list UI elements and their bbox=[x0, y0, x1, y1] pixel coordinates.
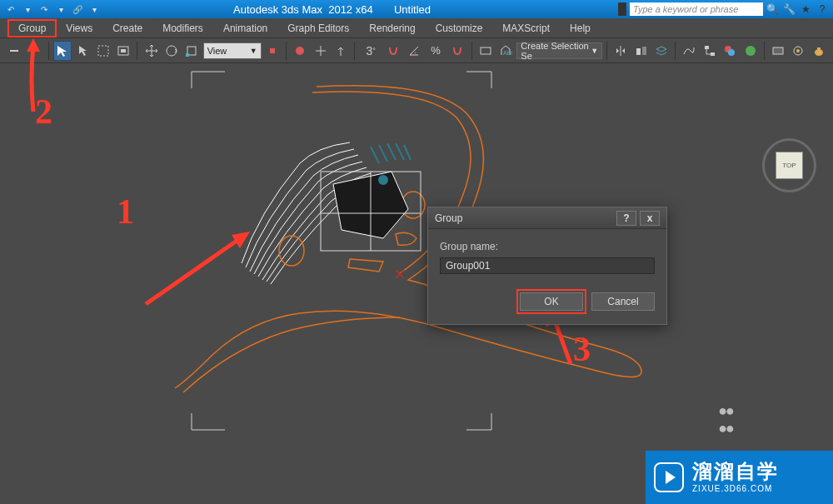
viewport[interactable]: TOP ●●●● bbox=[0, 63, 833, 504]
menu-rendering[interactable]: Rendering bbox=[359, 20, 425, 37]
svg-line-30 bbox=[387, 143, 396, 160]
cancel-button[interactable]: Cancel bbox=[591, 292, 655, 311]
svg-line-32 bbox=[404, 145, 411, 160]
dropdown-label: View bbox=[207, 46, 227, 56]
render-production-icon[interactable] bbox=[789, 41, 807, 61]
curve-editor-icon[interactable] bbox=[680, 41, 698, 61]
svg-rect-8 bbox=[481, 47, 491, 54]
dropdown-label: Create Selection Se bbox=[521, 41, 591, 61]
watermark-cn: 溜溜自学 bbox=[692, 462, 779, 482]
menu-create[interactable]: Create bbox=[102, 20, 152, 37]
rotate-icon[interactable] bbox=[162, 41, 181, 61]
percent-snap-icon[interactable]: % bbox=[425, 41, 446, 61]
ok-button[interactable]: OK bbox=[520, 292, 583, 311]
material-editor-icon[interactable] bbox=[721, 41, 739, 61]
svg-point-15 bbox=[728, 49, 735, 56]
watermark: 溜溜自学 ZIXUE.3D66.COM bbox=[646, 451, 833, 504]
select-manipulate-icon[interactable] bbox=[291, 41, 309, 61]
qat-dropdown-icon[interactable]: ▾ bbox=[20, 2, 35, 16]
menu-graph-editors[interactable]: Graph Editors bbox=[277, 20, 359, 37]
star-icon[interactable]: ★ bbox=[798, 2, 813, 16]
named-selection-icon[interactable] bbox=[476, 41, 494, 61]
menu-maxscript[interactable]: MAXScript bbox=[492, 20, 560, 37]
svg-rect-17 bbox=[773, 47, 783, 54]
svg-rect-12 bbox=[705, 46, 709, 49]
pivot-icon[interactable] bbox=[263, 41, 282, 61]
select-window-icon[interactable] bbox=[114, 41, 132, 61]
menu-customize[interactable]: Customize bbox=[426, 20, 493, 37]
play-icon bbox=[654, 462, 684, 492]
dialog-titlebar[interactable]: Group ? x bbox=[428, 207, 666, 229]
link-icon[interactable] bbox=[5, 41, 23, 61]
group-name-input[interactable] bbox=[440, 257, 655, 274]
selection-set-dropdown[interactable]: Create Selection Se▼ bbox=[516, 42, 602, 59]
quick-access-toolbar: ↶ ▾ ↷ ▾ 🔗 ▾ bbox=[3, 2, 102, 16]
layer-manager-icon[interactable] bbox=[652, 41, 671, 61]
svg-point-22 bbox=[279, 236, 304, 266]
select-object-icon[interactable] bbox=[53, 41, 72, 61]
svg-text:ABC: ABC bbox=[503, 50, 512, 56]
menu-modifiers[interactable]: Modifiers bbox=[152, 20, 213, 37]
render-teapot-icon[interactable] bbox=[810, 41, 828, 61]
wrench-icon[interactable]: 🔧 bbox=[781, 2, 796, 16]
qat-undo-icon[interactable]: ↶ bbox=[3, 2, 18, 16]
angle-snap-label: 3° bbox=[359, 41, 382, 61]
svg-point-3 bbox=[167, 46, 177, 56]
angle-snap-icon[interactable] bbox=[405, 41, 423, 61]
svg-rect-0 bbox=[98, 46, 108, 56]
svg-point-7 bbox=[296, 47, 304, 55]
menu-views[interactable]: Views bbox=[56, 20, 102, 37]
svg-line-29 bbox=[379, 145, 387, 162]
title-bar-right: Type a keyword or phrase 🔍 🔧 ★ ? bbox=[618, 2, 833, 16]
dialog-help-button[interactable]: ? bbox=[616, 211, 636, 226]
watermark-en: ZIXUE.3D66.COM bbox=[692, 484, 779, 493]
menu-group[interactable]: Group bbox=[8, 20, 56, 37]
svg-rect-11 bbox=[642, 47, 646, 55]
unlink-icon[interactable] bbox=[25, 41, 43, 61]
help-icon[interactable]: ? bbox=[815, 2, 830, 16]
svg-rect-13 bbox=[711, 52, 715, 56]
svg-rect-5 bbox=[186, 53, 189, 57]
svg-point-19 bbox=[796, 49, 800, 52]
select-arrow-icon[interactable] bbox=[73, 41, 92, 61]
view-cube[interactable]: TOP bbox=[762, 138, 816, 192]
qat-dropdown-icon[interactable]: ▾ bbox=[53, 2, 68, 16]
search-input[interactable]: Type a keyword or phrase bbox=[630, 2, 763, 16]
menu-help[interactable]: Help bbox=[560, 20, 601, 37]
schematic-view-icon[interactable] bbox=[701, 41, 719, 61]
search-toggle-icon[interactable] bbox=[618, 2, 626, 16]
edit-named-selection-icon[interactable]: ABC bbox=[496, 41, 515, 61]
svg-rect-2 bbox=[121, 49, 126, 52]
render-setup-icon[interactable] bbox=[741, 41, 759, 61]
align-icon[interactable] bbox=[631, 41, 650, 61]
svg-rect-6 bbox=[270, 48, 275, 53]
steering-wheel-icon[interactable]: ●●●● bbox=[718, 402, 733, 437]
view-cube-face[interactable]: TOP bbox=[776, 152, 803, 179]
scale-icon[interactable] bbox=[182, 41, 201, 61]
svg-point-16 bbox=[746, 46, 756, 56]
title-bar: ↶ ▾ ↷ ▾ 🔗 ▾ Autodesk 3ds Max 2012 x64 Un… bbox=[0, 0, 833, 18]
binoculars-icon[interactable]: 🔍 bbox=[765, 2, 780, 16]
qat-redo-icon[interactable]: ↷ bbox=[37, 2, 52, 16]
snap-toggle-icon[interactable] bbox=[384, 41, 402, 61]
qat-menu-icon[interactable]: ▾ bbox=[87, 2, 102, 16]
dialog-close-button[interactable]: x bbox=[640, 211, 660, 226]
keyboard-shortcut-icon[interactable] bbox=[311, 41, 329, 61]
app-title: Autodesk 3ds Max 2012 x64 Untitled bbox=[233, 3, 431, 16]
mirror-icon[interactable] bbox=[611, 41, 630, 61]
svg-rect-21 bbox=[817, 47, 821, 50]
reference-coord-dropdown[interactable]: View▼ bbox=[203, 42, 262, 59]
qat-link-icon[interactable]: 🔗 bbox=[70, 2, 85, 16]
spinner-snap-icon[interactable] bbox=[448, 41, 466, 61]
select-region-icon[interactable] bbox=[94, 41, 112, 61]
svg-line-31 bbox=[396, 143, 404, 160]
render-frame-icon[interactable] bbox=[769, 41, 787, 61]
main-toolbar: View▼ 3° % ABC Create Selection Se▼ bbox=[0, 38, 833, 63]
move-icon[interactable] bbox=[142, 41, 160, 61]
axis-constraint-icon[interactable] bbox=[332, 41, 350, 61]
menu-bar: Group Views Create Modifiers Animation G… bbox=[0, 18, 833, 38]
svg-point-27 bbox=[378, 175, 388, 185]
menu-animation[interactable]: Animation bbox=[213, 20, 277, 37]
group-name-label: Group name: bbox=[440, 241, 655, 252]
group-dialog: Group ? x Group name: OK Cancel bbox=[427, 207, 667, 325]
